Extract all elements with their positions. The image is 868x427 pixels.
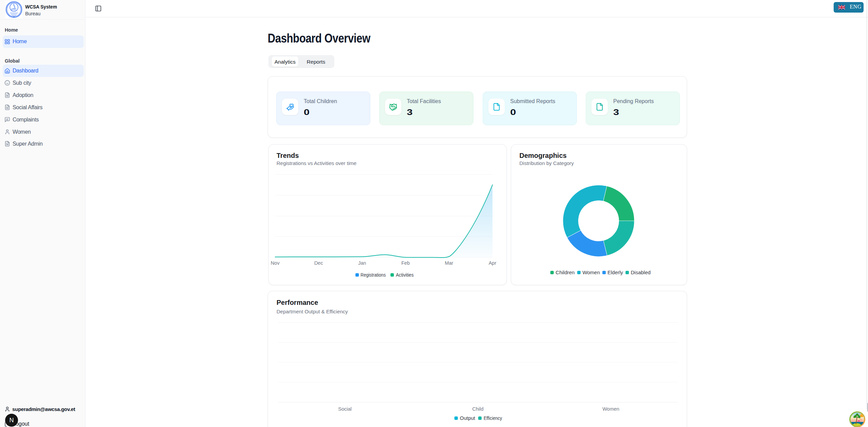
svg-text:Mar: Mar	[445, 260, 453, 266]
svg-text:Registrations: Registrations	[361, 272, 386, 278]
svg-text:Nov: Nov	[271, 260, 280, 266]
svg-text:Elderly: Elderly	[607, 269, 623, 275]
svg-text:Feb: Feb	[401, 260, 410, 266]
svg-text:Child: Child	[472, 406, 483, 412]
svg-text:Efficiency: Efficiency	[484, 415, 502, 421]
svg-text:Apr: Apr	[489, 260, 497, 266]
svg-text:Jan: Jan	[358, 260, 366, 266]
svg-text:Dec: Dec	[314, 260, 323, 266]
svg-text:Social: Social	[338, 406, 352, 412]
svg-text:Output: Output	[460, 415, 475, 421]
svg-text:Women: Women	[582, 269, 600, 275]
svg-text:Activities: Activities	[396, 272, 414, 278]
svg-text:Children: Children	[556, 269, 575, 275]
svg-text:Disabled: Disabled	[631, 269, 651, 275]
svg-text:Women: Women	[602, 406, 619, 412]
